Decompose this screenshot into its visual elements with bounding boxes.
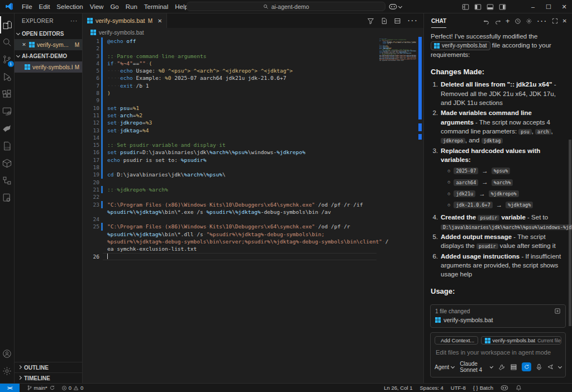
code-row[interactable]: 25"C:\Program·Files·(x86)\Windows·Kits\1…	[83, 223, 423, 230]
file-item[interactable]: verify-symbols.b... M	[15, 61, 82, 73]
code-row[interactable]: 14	[83, 134, 423, 141]
minimap[interactable]: @echo off:: Parse command line arguments…	[379, 39, 416, 61]
code-row[interactable]: 9	[83, 97, 423, 104]
toggle-secondary-sidebar-icon[interactable]	[499, 3, 506, 11]
folder-header[interactable]: AI-AGENT-DEMO	[15, 50, 82, 61]
auto-approve-button[interactable]	[522, 362, 531, 371]
search-icon[interactable]	[0, 34, 15, 51]
code-row[interactable]: 12set·jdkrepo=%3	[83, 119, 423, 126]
hierarchy-icon[interactable]	[0, 172, 15, 189]
log-file-icon[interactable]: LOG	[0, 137, 15, 155]
settings-gear-icon[interactable]	[526, 18, 532, 25]
menu-view[interactable]: View	[87, 0, 107, 13]
code-row[interactable]: 22	[83, 193, 423, 200]
code-row[interactable]: 19cd·D:\java\binaries\jdk\%arch%\%psu%\	[83, 171, 423, 178]
code-row[interactable]: 20	[83, 179, 423, 186]
close-window-button[interactable]: ✕	[556, 0, 572, 13]
code-row[interactable]: 2	[83, 45, 423, 52]
encoding[interactable]: UTF-8	[451, 385, 466, 391]
chat-tab[interactable]: CHAT	[431, 18, 446, 24]
minimize-button[interactable]: –	[525, 0, 541, 13]
cursor-position[interactable]: Ln 26, Col 1	[384, 385, 412, 391]
toggle-panel-icon[interactable]	[487, 3, 494, 11]
chat-input-box[interactable]: Add Context... verify-symbols.bat Curren…	[430, 332, 566, 377]
remote-explorer-icon[interactable]	[0, 103, 15, 120]
run-debug-icon[interactable]	[0, 68, 15, 85]
file-chip[interactable]: verify-symbols.bat	[431, 41, 490, 50]
code-row[interactable]: ea·symchk-exclusion-list.txt	[83, 245, 423, 252]
code-row[interactable]: 5····echo·Usage:·%0·^<psu^>·^<arch^>·^<j…	[83, 67, 423, 74]
code-row[interactable]: 8)	[83, 89, 423, 97]
branch-indicator[interactable]: main*	[27, 385, 55, 391]
code-row[interactable]: 4if·"%~4"==""·(	[83, 60, 423, 67]
model-picker[interactable]: Claude Sonnet 4	[460, 361, 493, 373]
more-actions-icon[interactable]: ···	[407, 16, 418, 26]
send-options-chevron[interactable]	[558, 364, 562, 368]
more-actions-icon[interactable]: ···	[537, 16, 547, 26]
settings-file-icon[interactable]	[0, 189, 15, 207]
menu-selection[interactable]: Selection	[53, 0, 86, 13]
remote-indicator[interactable]: ><	[0, 384, 20, 392]
code-row[interactable]: 16set·psudir=D:\java\binaries\jdk\%arch%…	[83, 149, 423, 156]
copilot-status-icon[interactable]	[500, 385, 508, 391]
open-editor-item[interactable]: ✕ verify-sym... M	[15, 39, 82, 50]
more-actions-icon[interactable]: ···	[70, 18, 78, 24]
view-edits-icon[interactable]	[554, 308, 561, 314]
language-mode[interactable]: { } Batch	[473, 385, 493, 391]
code-row[interactable]: %psudir%\%jdktag%\bin\*.dll·/s·"%psudir%…	[83, 231, 423, 238]
tools-icon[interactable]	[498, 364, 506, 371]
menu-run[interactable]: Run	[122, 0, 141, 13]
history-icon[interactable]	[514, 18, 521, 25]
code-row[interactable]: 23"C:\Program·Files·(x86)\Windows·Kits\1…	[83, 201, 423, 208]
menu-file[interactable]: File	[18, 0, 36, 13]
split-editor-icon[interactable]	[394, 17, 401, 25]
close-panel-icon[interactable]: ✕	[563, 18, 567, 24]
undo-icon[interactable]	[483, 18, 490, 25]
code-row[interactable]: 13set·jdktag=%4	[83, 127, 423, 134]
current-file-chip[interactable]: verify-symbols.bat Current file	[481, 336, 561, 345]
customize-layout-icon[interactable]	[462, 3, 469, 11]
outline-section[interactable]: OUTLINE	[15, 362, 82, 372]
source-control-icon[interactable]: 1	[0, 51, 15, 68]
code-row[interactable]: 15::·Set·psudir·variable·and·display·it	[83, 141, 423, 149]
filter-icon[interactable]	[367, 17, 374, 25]
copilot-menu[interactable]	[389, 4, 402, 10]
menu-edit[interactable]: Edit	[36, 0, 54, 13]
maximize-button[interactable]: ☐	[541, 0, 556, 13]
problems-indicator[interactable]: 0 0	[61, 385, 84, 391]
code-row[interactable]: %psudir%\%jdktag%-debug-symbols\bin\serv…	[83, 238, 423, 245]
code-row[interactable]: 10set·psu=%1	[83, 104, 423, 112]
code-row[interactable]: 26	[83, 253, 423, 260]
code-row[interactable]: 1@echo·off	[83, 37, 423, 45]
menu-terminal[interactable]: Terminal	[141, 0, 171, 13]
code-row[interactable]: 7····exit·/b·1	[83, 82, 423, 89]
mode-picker[interactable]: Agent	[435, 364, 454, 370]
code-editor[interactable]: 1@echo·off23::·Parse·command·line·argume…	[83, 37, 423, 383]
microphone-icon[interactable]	[536, 364, 542, 371]
code-row[interactable]: 17echo·psudir·is·set·to:·%psudir%	[83, 156, 423, 164]
expand-icon[interactable]	[552, 18, 558, 24]
extensions-icon[interactable]	[0, 85, 15, 103]
send-button[interactable]	[547, 364, 554, 370]
chat-input-placeholder[interactable]: Edit files in your workspace in agent mo…	[435, 349, 561, 356]
overview-ruler[interactable]	[417, 37, 423, 383]
changed-file-row[interactable]: verify-symbols.bat	[431, 315, 565, 327]
close-tab-icon[interactable]: ✕	[158, 18, 162, 24]
files-changed-card[interactable]: 1 file changed verify-symbols.bat	[430, 304, 566, 328]
settings-gear-icon[interactable]	[0, 362, 15, 380]
code-row[interactable]: 24	[83, 216, 423, 223]
command-center-search[interactable]: ai-agent-demo	[187, 2, 385, 11]
notifications-bell-icon[interactable]	[516, 385, 522, 391]
code-row[interactable]: 11set·arch=%2	[83, 112, 423, 119]
open-editors-header[interactable]: OPEN EDITORS	[15, 28, 82, 39]
indentation[interactable]: Spaces: 4	[420, 385, 444, 391]
tab-verify-symbols[interactable]: verify-symbols.bat M ✕	[83, 13, 167, 28]
kangaroo-extension-icon[interactable]	[0, 120, 15, 137]
container-icon[interactable]	[0, 155, 15, 172]
explorer-icon[interactable]	[0, 16, 15, 34]
chat-scrollbar[interactable]	[569, 140, 571, 326]
timeline-section[interactable]: TIMELINE	[15, 372, 82, 383]
close-icon[interactable]: ✕	[21, 42, 27, 47]
open-changes-icon[interactable]	[380, 17, 388, 25]
code-row[interactable]: 18	[83, 164, 423, 171]
